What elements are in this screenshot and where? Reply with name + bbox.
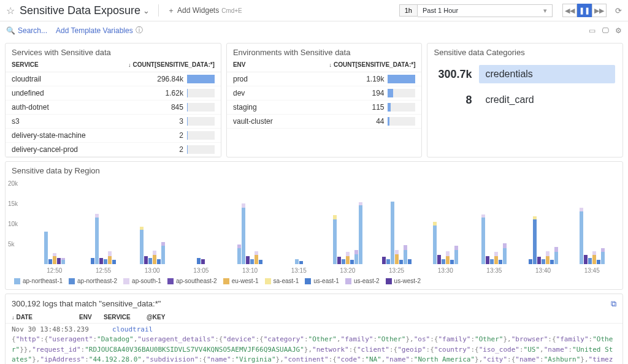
table-row[interactable]: staging 115 [227, 100, 422, 115]
bar[interactable] [157, 259, 161, 264]
bar[interactable] [104, 259, 107, 264]
legend-item[interactable]: ap-northeast-2 [69, 278, 117, 284]
table-row[interactable]: delivery-state-machine 2 [6, 129, 221, 143]
bar[interactable] [112, 260, 116, 264]
legend-item[interactable]: sa-east-1 [265, 278, 299, 284]
col-env[interactable]: ENV [233, 61, 246, 68]
log-row[interactable]: Nov 30 13:48:53.239 cloudtrail {"http":{… [6, 324, 622, 364]
bar[interactable] [48, 259, 52, 264]
bar[interactable] [148, 258, 152, 264]
bar[interactable] [359, 202, 362, 264]
bar[interactable] [588, 258, 592, 264]
bar[interactable] [299, 261, 303, 264]
bar[interactable] [408, 259, 412, 264]
rewind-button[interactable]: ◀◀ [562, 4, 577, 17]
bar[interactable] [542, 259, 545, 264]
bar[interactable] [333, 215, 337, 265]
col-count[interactable]: ↓COUNT[SENSITIVE_DATA:*] [329, 61, 415, 68]
bar[interactable] [197, 258, 201, 264]
bar[interactable] [450, 260, 454, 264]
table-row[interactable]: prod 1.19k [227, 72, 422, 86]
bar[interactable] [404, 245, 407, 264]
category-row[interactable]: 300.7k credentials [429, 61, 621, 87]
col-date[interactable]: ↓DATE [12, 314, 79, 320]
table-row[interactable]: delivery-cancel-prod 2 [6, 143, 221, 157]
col-env[interactable]: ENV [79, 314, 104, 320]
bar[interactable] [346, 252, 350, 264]
open-external-icon[interactable]: ⧉ [611, 299, 616, 309]
tv-icon[interactable]: ▭ [589, 26, 595, 35]
bar[interactable] [446, 251, 450, 264]
bar[interactable] [242, 203, 245, 264]
bar[interactable] [99, 258, 103, 264]
bar[interactable] [161, 242, 165, 264]
col-service[interactable]: SERVICE [12, 61, 39, 68]
bar[interactable] [337, 257, 341, 264]
legend-item[interactable]: eu-west-1 [223, 278, 259, 284]
bar[interactable] [494, 252, 498, 264]
col-count[interactable]: ↓COUNT[SENSITIVE_DATA:*] [128, 61, 215, 68]
legend-item[interactable]: us-west-2 [386, 278, 421, 284]
legend-item[interactable]: ap-northeast-1 [14, 278, 63, 284]
bar[interactable] [350, 260, 354, 264]
bar[interactable] [529, 259, 532, 264]
favorite-star-icon[interactable]: ☆ [6, 5, 15, 17]
table-row[interactable]: auth-dotnet 845 [6, 100, 221, 115]
bar[interactable] [140, 227, 144, 264]
add-widgets-button[interactable]: ＋ Add Widgets Cmd+E [167, 6, 242, 16]
bar[interactable] [592, 251, 596, 264]
bar[interactable] [250, 259, 254, 264]
bar[interactable] [91, 258, 94, 264]
bar[interactable] [95, 214, 99, 264]
bar[interactable] [44, 232, 48, 264]
bar[interactable] [442, 259, 445, 264]
bar[interactable] [395, 250, 399, 264]
forward-button[interactable]: ▶▶ [592, 4, 607, 17]
time-range-select[interactable]: Past 1 Hour ▾ [418, 4, 553, 17]
table-row[interactable]: dev 194 [227, 86, 422, 100]
region-chart[interactable]: 20k15k10k5k 12:5012:5513:0013:0513:1013:… [6, 177, 622, 275]
bar[interactable] [391, 202, 394, 264]
bar[interactable] [454, 246, 458, 264]
bar[interactable] [61, 258, 65, 264]
bar[interactable] [108, 251, 112, 264]
legend-item[interactable]: us-east-2 [345, 278, 380, 284]
table-row[interactable]: undefined 1.62k [6, 86, 221, 100]
table-row[interactable]: cloudtrail 296.84k [6, 72, 221, 86]
bar[interactable] [546, 251, 550, 264]
table-row[interactable]: s3 3 [6, 115, 221, 129]
legend-item[interactable]: ap-south-1 [123, 278, 161, 284]
bar[interactable] [237, 245, 241, 264]
bar[interactable] [153, 251, 156, 264]
bar[interactable] [259, 260, 262, 264]
bar[interactable] [584, 255, 588, 264]
dashboard-title[interactable]: Sensitive Data Exposure ⌄ [20, 4, 150, 17]
bar[interactable] [382, 257, 386, 264]
bar[interactable] [246, 256, 250, 264]
bar[interactable] [597, 260, 600, 264]
table-row[interactable]: vault-cluster 44 [227, 115, 422, 129]
bar[interactable] [499, 260, 502, 264]
bar[interactable] [486, 256, 489, 264]
search-link[interactable]: 🔍 Search... [6, 26, 47, 35]
legend-item[interactable]: us-east-1 [305, 278, 339, 284]
bar[interactable] [533, 216, 537, 264]
bar[interactable] [601, 248, 605, 264]
bar[interactable] [201, 259, 205, 264]
monitor-icon[interactable]: 🖵 [602, 26, 609, 35]
bar[interactable] [550, 260, 554, 264]
category-row[interactable]: 8 credit_card [429, 87, 621, 113]
bar[interactable] [399, 260, 403, 264]
bar[interactable] [554, 247, 558, 264]
gear-icon[interactable]: ⚙ [615, 26, 622, 35]
bar[interactable] [386, 259, 390, 264]
bar[interactable] [481, 214, 485, 264]
col-service[interactable]: SERVICE [104, 314, 147, 320]
bar[interactable] [433, 222, 437, 264]
bar[interactable] [57, 258, 61, 264]
time-quick-button[interactable]: 1h [399, 4, 418, 17]
bar[interactable] [342, 259, 345, 264]
pause-button[interactable]: ❚❚ [577, 4, 592, 17]
col-key[interactable]: @KEY [147, 314, 165, 320]
bar[interactable] [144, 256, 148, 264]
